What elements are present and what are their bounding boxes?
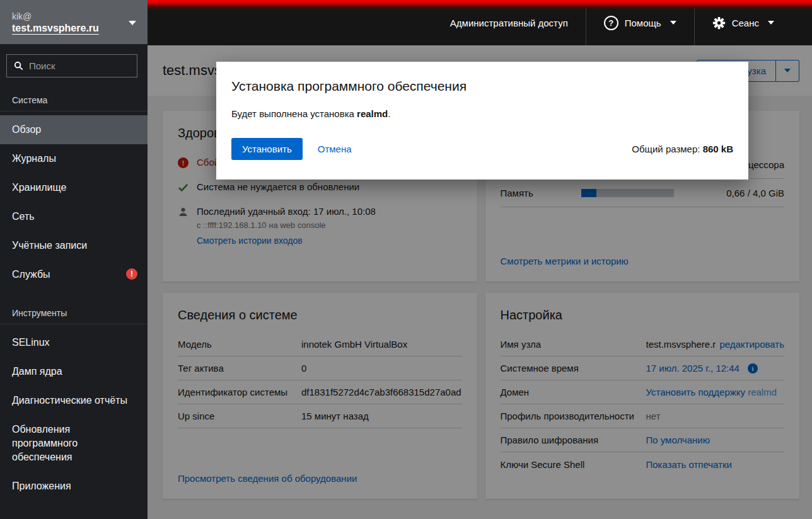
- user-hostname-label: test.msvsphere.ru: [12, 23, 99, 34]
- sidebar: kik@ test.msvsphere.ru Система Обзор Жур…: [0, 0, 148, 519]
- total-size-value: 860 kB: [703, 144, 733, 154]
- sidebar-item-network[interactable]: Сеть: [0, 202, 148, 231]
- sidebar-item-selinux[interactable]: SELinux: [0, 328, 148, 357]
- app-window: kik@ test.msvsphere.ru Система Обзор Жур…: [0, 0, 812, 519]
- search-input[interactable]: [29, 60, 130, 71]
- sidebar-item-logs[interactable]: Журналы: [0, 144, 148, 173]
- username-label: kik@: [12, 11, 99, 21]
- search-box[interactable]: [6, 54, 137, 77]
- sidebar-item-storage[interactable]: Хранилище: [0, 173, 148, 202]
- masthead: Административный доступ ? Помощь Сеанс: [148, 0, 812, 45]
- sidebar-item-kdump[interactable]: Дамп ядра: [0, 357, 148, 386]
- dialog-body: Будет выполнена установка realmd.: [231, 108, 733, 120]
- main-pane: test.msvsphere.ru Перезагрузка Здоровье …: [148, 45, 812, 519]
- nav-section-title: Система: [0, 86, 148, 111]
- gear-icon: [712, 16, 726, 30]
- install-software-dialog: Установка программного обеспечения Будет…: [216, 62, 748, 180]
- nav-section-tools: Инструменты SELinux Дамп ядра Диагностич…: [0, 299, 148, 501]
- sidebar-nav: Система Обзор Журналы Хранилище Сеть Учё…: [0, 44, 148, 519]
- session-label: Сеанс: [732, 18, 759, 28]
- sidebar-item-applications[interactable]: Приложения: [0, 472, 148, 501]
- total-size: Общий размер: 860 kB: [632, 144, 733, 154]
- sidebar-item-services[interactable]: Службы !: [0, 260, 148, 289]
- cancel-button[interactable]: Отмена: [318, 144, 352, 154]
- dialog-title: Установка программного обеспечения: [231, 79, 733, 94]
- help-icon: ?: [604, 16, 618, 30]
- install-button[interactable]: Установить: [231, 138, 303, 160]
- nav-section-title: Инструменты: [0, 299, 148, 324]
- user-menu[interactable]: kik@ test.msvsphere.ru: [0, 0, 148, 44]
- package-name: realmd: [357, 108, 388, 119]
- sidebar-item-accounts[interactable]: Учётные записи: [0, 231, 148, 260]
- sidebar-item-software-updates[interactable]: Обновления программного обеспечения: [0, 415, 148, 472]
- services-alert-badge: !: [126, 268, 137, 280]
- help-label: Помощь: [625, 18, 661, 28]
- sidebar-item-overview[interactable]: Обзор: [0, 115, 148, 144]
- chevron-down-icon: [768, 21, 774, 25]
- sidebar-item-reports[interactable]: Диагностические отчёты: [0, 386, 148, 415]
- chevron-down-icon: [670, 21, 676, 25]
- user-identity: kik@ test.msvsphere.ru: [12, 11, 99, 34]
- nav-section-system: Система Обзор Журналы Хранилище Сеть Учё…: [0, 86, 148, 289]
- help-menu[interactable]: ? Помощь: [586, 0, 694, 45]
- search-icon: [14, 61, 23, 71]
- admin-access-button[interactable]: Административный доступ: [432, 18, 586, 28]
- session-menu[interactable]: Сеанс: [695, 0, 792, 45]
- chevron-down-icon: [129, 21, 136, 25]
